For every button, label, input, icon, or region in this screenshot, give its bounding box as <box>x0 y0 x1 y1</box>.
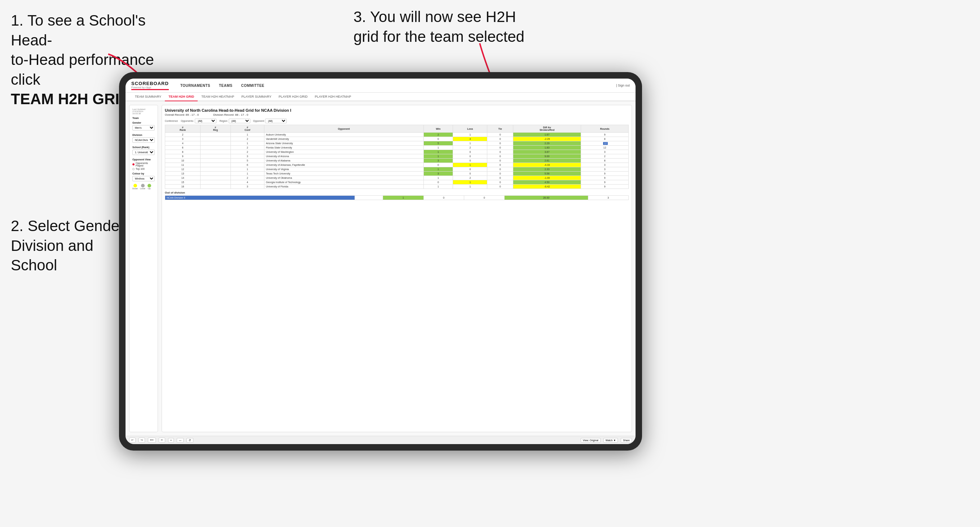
out-div-empty <box>355 196 383 200</box>
school-label: School (Rank) <box>132 146 155 149</box>
cell-rounds: 9 <box>581 176 629 180</box>
cell-tie: 0 <box>487 154 513 159</box>
colour-by-select[interactable]: Win/loss <box>132 176 155 181</box>
region-select[interactable]: (All) <box>229 119 250 123</box>
cell-loss: 1 <box>453 163 487 167</box>
cell-conf: 2 <box>231 150 264 154</box>
table-row: 11 6 University of Arkansas, Fayettevill… <box>165 163 629 167</box>
cell-win: 0 <box>423 163 453 167</box>
annotation-2-line3: School <box>11 257 57 274</box>
colour-up-dot <box>148 184 151 187</box>
annotation-2-line2: Division and <box>11 237 94 254</box>
cell-tie: 0 <box>487 167 513 171</box>
nav-committee[interactable]: COMMITTEE <box>241 82 265 89</box>
cell-conf: 2 <box>231 146 264 150</box>
sub-nav-team-h2h-heatmap[interactable]: TEAM H2H HEATMAP <box>198 93 238 101</box>
cell-rank: 3 <box>165 137 200 141</box>
opponent-select[interactable]: (All) <box>265 119 287 123</box>
radio-top-100[interactable]: Top 100 <box>132 168 155 170</box>
cell-tie: 0 <box>487 176 513 180</box>
cell-reg <box>200 184 231 189</box>
annotation-1-line1: 1. To see a School's Head- <box>11 12 146 49</box>
cell-rounds: 9 <box>581 184 629 189</box>
sub-nav-player-h2h-heatmap[interactable]: PLAYER H2H HEATMAP <box>311 93 355 101</box>
school-select[interactable]: 1. University of Nort... <box>132 149 155 155</box>
cell-loss: 2 <box>453 146 487 150</box>
dash-btn[interactable]: — <box>177 438 184 443</box>
cell-opponent: University of Arkansas, Fayetteville <box>264 163 423 167</box>
cell-reg <box>200 150 231 154</box>
cell-win: 3 <box>423 171 453 176</box>
logo-sub: Powered by clippi <box>131 86 169 89</box>
sub-nav-team-summary[interactable]: TEAM SUMMARY <box>131 93 165 101</box>
cell-loss: 0 <box>453 154 487 159</box>
table-row: 8 2 University of Washington 1 0 0 3.67 … <box>165 150 629 154</box>
sub-nav-player-summary[interactable]: PLAYER SUMMARY <box>238 93 275 101</box>
cell-diff: 4.50 <box>513 180 581 184</box>
cell-diff: 9.00 <box>513 154 581 159</box>
division-record: Division Record: 88 - 17 - 0 <box>213 113 248 116</box>
cell-diff: 2.61 <box>513 159 581 163</box>
division-select[interactable]: NCAA Division I <box>132 137 155 143</box>
redo-btn[interactable]: ↪ <box>138 438 145 443</box>
cell-rank: 11 <box>165 163 200 167</box>
cell-tie: 0 <box>487 171 513 176</box>
sub-nav-player-h2h-grid[interactable]: PLAYER H2H GRID <box>275 93 311 101</box>
cell-opponent: Auburn University <box>264 133 423 137</box>
cell-rank: 8 <box>165 150 200 154</box>
cell-diff: -6.42 <box>513 184 581 189</box>
cell-opponent: University of Oklahoma <box>264 176 423 180</box>
cell-reg <box>200 154 231 159</box>
col-loss: Loss <box>453 125 487 133</box>
cell-rounds: 8 <box>581 159 629 163</box>
cell-conf: 1 <box>231 171 264 176</box>
opponent-view-radio-group: Opponents Played Top 100 <box>132 162 155 170</box>
colour-down-label: Down <box>132 187 138 190</box>
cell-tie: 0 <box>487 146 513 150</box>
cell-diff: -4.33 <box>513 163 581 167</box>
cell-tie: 0 <box>487 150 513 154</box>
sub-nav-team-h2h-grid[interactable]: TEAM H2H GRID <box>165 93 198 101</box>
cell-reg <box>200 171 231 176</box>
cell-loss: 2 <box>453 176 487 180</box>
table-row: 10 5 University of Alabama 3 0 0 2.61 8 <box>165 159 629 163</box>
cell-opponent: University of Florida <box>264 184 423 189</box>
plus-btn[interactable]: + <box>168 438 174 443</box>
clip-btn[interactable]: ✂ <box>159 438 165 443</box>
gender-select[interactable]: Men's <box>132 125 155 130</box>
nav-tournaments[interactable]: TOURNAMENTS <box>180 82 210 89</box>
view-original-btn[interactable]: View: Original <box>581 438 601 443</box>
radio-opponents-played[interactable]: Opponents Played <box>132 162 155 167</box>
cell-tie: 0 <box>487 133 513 137</box>
cell-reg <box>200 176 231 180</box>
nav-teams[interactable]: TEAMS <box>219 82 233 89</box>
undo-btn[interactable]: ↩ <box>129 438 135 443</box>
conference-filter: Conference <box>165 120 178 122</box>
clock-btn[interactable]: ⏱ <box>186 438 193 443</box>
watch-btn[interactable]: Watch ▼ <box>603 438 618 443</box>
division-label: Division <box>132 134 155 136</box>
gender-label: Gender <box>132 121 155 124</box>
content-area: Last Updated: 27/03/2024 16:55:38 Team G… <box>126 101 636 436</box>
team-label: Team <box>132 117 155 119</box>
sign-out-link[interactable]: | Sign out <box>616 84 630 87</box>
cell-win: 1 <box>423 154 453 159</box>
cell-reg <box>200 137 231 141</box>
step-back-btn[interactable]: ⟵ <box>148 438 156 443</box>
share-btn[interactable]: Share <box>621 438 632 443</box>
cell-tie: 0 <box>487 137 513 141</box>
nav-bar: SCOREBOARD Powered by clippi TOURNAMENTS… <box>126 79 636 93</box>
cell-win: 1 <box>423 146 453 150</box>
colour-level-dot <box>141 184 145 187</box>
opponents-filter-label: Opponents: <box>181 120 194 122</box>
col-rank: #Rank <box>165 125 200 133</box>
cell-rounds: 9 <box>581 180 629 184</box>
out-of-division-label: Out of division <box>165 191 629 194</box>
table-row: 14 2 University of Oklahoma 1 2 0 -1.00 … <box>165 176 629 180</box>
cell-conf: 3 <box>231 184 264 189</box>
cell-conf: 6 <box>231 163 264 167</box>
cell-opponent: Texas Tech University <box>264 171 423 176</box>
opponents-select[interactable]: (All) <box>195 119 216 123</box>
cell-tie: 0 <box>487 163 513 167</box>
cell-reg <box>200 133 231 137</box>
